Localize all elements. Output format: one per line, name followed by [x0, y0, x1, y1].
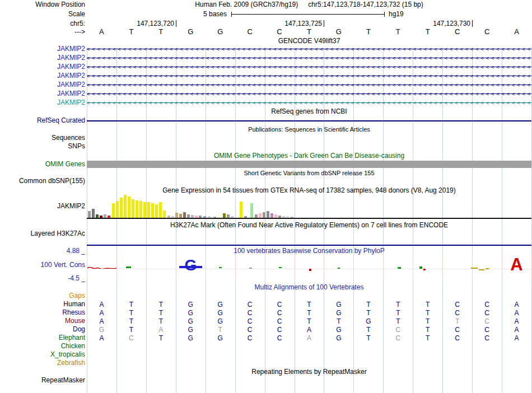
gtex-tissue-bar[interactable]: [88, 211, 91, 218]
gencode-title: GENCODE V49lift37: [87, 38, 531, 45]
reference-base: G: [332, 28, 346, 36]
scale-bar: [231, 14, 384, 15]
species-label-dog: Dog: [0, 326, 85, 333]
gtex-tissue-bar[interactable]: [120, 198, 123, 218]
alignment-base: G: [332, 326, 346, 334]
gtex-tissue-bar[interactable]: [183, 212, 186, 218]
gtex-tissue-bar[interactable]: [223, 213, 226, 218]
gtex-tissue-bar[interactable]: [179, 214, 182, 218]
refseq-track-line[interactable]: [87, 120, 531, 121]
gene-label: JAKMIP2: [0, 45, 85, 53]
alignment-base: G: [213, 317, 227, 325]
gtex-tissue-bar[interactable]: [139, 201, 142, 218]
multiz-title: Multiz Alignments of 100 Vertebrates: [87, 284, 531, 291]
alignment-base: C: [480, 334, 494, 342]
repeatmasker-title: Repeating Elements by RepeatMasker: [87, 368, 531, 376]
scale-bar-left-tick: [231, 12, 232, 17]
gene-strand-arrows[interactable]: <<<<<<<<<<<<<<<<<<<<<<<<<<<<<<<<<<<<<<<<…: [87, 54, 531, 62]
alignment-base: T: [302, 309, 316, 317]
gtex-tissue-bar[interactable]: [155, 204, 158, 218]
alignment-base: C: [273, 301, 286, 308]
coord-tick-mark: [472, 20, 473, 27]
reference-base: A: [510, 28, 524, 36]
omim-title: OMIM Gene Phenotypes - Dark Green Can Be…: [87, 152, 531, 160]
phylop-axis-max: 4.88 _: [0, 247, 85, 255]
gtex-tissue-bar[interactable]: [175, 213, 178, 218]
alignment-base: T: [421, 334, 435, 342]
reference-base: T: [124, 28, 138, 36]
gtex-tissue-bar[interactable]: [112, 203, 115, 218]
gtex-tissue-bar[interactable]: [151, 203, 154, 218]
assembly-short-label: hg19: [389, 11, 404, 18]
gtex-tissue-bar[interactable]: [128, 196, 130, 218]
alignment-base: C: [273, 309, 286, 317]
gene-strand-arrows[interactable]: <<<<<<<<<<<<<<<<<<<<<<<<<<<<<<<<<<<<<<<<…: [87, 99, 531, 107]
phylop-letter-G[interactable]: G: [180, 258, 200, 273]
gene-label: JAKMIP2: [0, 90, 85, 97]
alignment-base: T: [391, 309, 405, 317]
chrom-label: chr5:: [0, 20, 85, 27]
gtex-tissue-bar[interactable]: [267, 211, 269, 218]
phylop-mark: [126, 266, 131, 268]
reference-base: A: [95, 28, 108, 36]
alignment-base: T: [421, 301, 435, 308]
phylop-mark: [423, 269, 426, 270]
gene-strand-arrows[interactable]: <<<<<<<<<<<<<<<<<<<<<<<<<<<<<<<<<<<<<<<<…: [87, 72, 531, 80]
gene-strand-arrows[interactable]: <<<<<<<<<<<<<<<<<<<<<<<<<<<<<<<<<<<<<<<<…: [87, 81, 531, 89]
gtex-tissue-bar[interactable]: [250, 203, 253, 218]
h3k27ac-baseline: [87, 245, 531, 246]
alignment-base: T: [213, 326, 227, 334]
gtex-tissue-bar[interactable]: [136, 200, 138, 218]
gtex-tissue-bar[interactable]: [259, 213, 262, 218]
gtex-tissue-bar[interactable]: [132, 199, 134, 218]
phylop-gridline: [502, 255, 502, 280]
alignment-base: C: [243, 326, 256, 334]
gtex-tissue-bar[interactable]: [92, 209, 95, 218]
phylop-gridline: [383, 255, 384, 280]
alignment-base: T: [362, 326, 375, 334]
reference-base: C: [480, 28, 494, 36]
phylop-gridline: [87, 255, 87, 280]
alignment-base: C: [480, 309, 494, 317]
gtex-tissue-bar[interactable]: [240, 202, 242, 218]
position-range: chr5:147,123,718-147,123,732 (15 bp): [308, 1, 423, 8]
alignment-base: A: [154, 326, 167, 334]
reference-base: T: [302, 28, 316, 36]
phylop-gridline: [265, 255, 265, 280]
gtex-tissue-bar[interactable]: [147, 202, 150, 218]
scale-label: Scale: [0, 11, 85, 18]
gtex-tissue-bar[interactable]: [159, 202, 162, 218]
omim-track-bar[interactable]: [87, 161, 531, 168]
alignment-base: C: [451, 301, 464, 308]
gtex-tissue-bar[interactable]: [270, 213, 273, 218]
alignment-base: A: [510, 326, 524, 334]
gene-label: JAKMIP2: [0, 63, 85, 71]
phylop-letter-A[interactable]: A: [507, 256, 527, 273]
gtex-tissue-bar[interactable]: [263, 212, 265, 218]
alignment-base: T: [154, 309, 167, 317]
gene-strand-arrows[interactable]: <<<<<<<<<<<<<<<<<<<<<<<<<<<<<<<<<<<<<<<<…: [87, 63, 531, 71]
gtex-tissue-bar[interactable]: [143, 202, 146, 218]
phylop-mark: [479, 269, 484, 270]
alignment-base: T: [124, 309, 138, 317]
gtex-tissue-bar[interactable]: [124, 195, 127, 218]
phylop-gridline: [176, 255, 176, 280]
gene-strand-arrows[interactable]: <<<<<<<<<<<<<<<<<<<<<<<<<<<<<<<<<<<<<<<<…: [87, 45, 531, 53]
coord-tick-label: 147,123,730: [423, 20, 470, 27]
gtex-gene-label: JAKMIP2: [0, 203, 85, 210]
gtex-title: Gene Expression in 54 tissues from GTEx …: [87, 187, 531, 194]
species-label-rhesus: Rhesus: [0, 309, 85, 316]
phylop-gridline: [295, 255, 295, 280]
h3k27ac-label: Layered H3K27Ac: [0, 230, 85, 237]
species-label-zebrafish: Zebrafish: [0, 359, 85, 367]
alignment-base: C: [391, 326, 405, 334]
species-label-x_tropicalis: X_tropicalis: [0, 351, 85, 358]
alignment-base: T: [391, 317, 405, 325]
gtex-tissue-bar[interactable]: [116, 201, 119, 218]
dbsnp-title: Short Genetic Variants from dbSNP releas…: [87, 170, 531, 177]
alignment-base: A: [95, 301, 108, 308]
phylop-title: 100 vertebrates Basewise Conservation by…: [87, 247, 531, 255]
gene-strand-arrows[interactable]: <<<<<<<<<<<<<<<<<<<<<<<<<<<<<<<<<<<<<<<<…: [87, 90, 531, 98]
gtex-tissue-bar[interactable]: [163, 210, 166, 218]
alignment-base: T: [302, 317, 316, 325]
